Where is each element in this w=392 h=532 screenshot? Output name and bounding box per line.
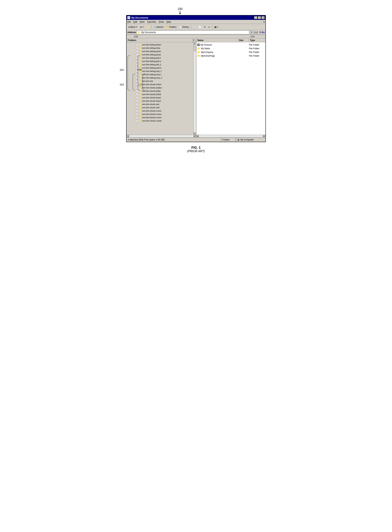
folder-item[interactable]: +📁com.ibm.debug.javas: [126, 53, 193, 56]
folders-panel-close[interactable]: ✕: [192, 39, 195, 42]
folder-item[interactable]: +📁com.ibm.debug.spd_2: [126, 70, 193, 73]
folder-item[interactable]: +📁com.ibm.debug.wsa.c: [126, 73, 193, 76]
folder-item[interactable]: +📁com.ibm.etools.beani: [126, 99, 193, 103]
scrollbar-right-button[interactable]: ▶: [193, 135, 196, 137]
expand-button[interactable]: +: [136, 120, 138, 122]
expand-button[interactable]: +: [136, 90, 138, 92]
files-col-name[interactable]: Name: [196, 38, 238, 42]
address-dropdown-button[interactable]: ▼: [250, 31, 253, 34]
minimize-button[interactable]: —: [254, 16, 257, 19]
expand-button[interactable]: +: [136, 47, 138, 49]
expand-button[interactable]: +: [136, 57, 138, 59]
files-scrollbar-left-button[interactable]: ◀: [196, 135, 199, 137]
menu-favorites[interactable]: Favorites: [147, 21, 156, 23]
menu-help[interactable]: Help: [166, 21, 171, 23]
back-button[interactable]: ⬅ Back ▼: [127, 24, 138, 30]
search-button[interactable]: 🔍 Search: [153, 24, 164, 30]
folder-name: com.ibm.debug.wsa_2: [142, 77, 162, 79]
folder-name: com.ibm.debug.spd_2: [142, 70, 162, 72]
copy1-button[interactable]: 📋: [192, 24, 197, 30]
menu-edit[interactable]: Edit: [133, 21, 137, 23]
folder-item[interactable]: +📁com.ibm.debug.wsa_2: [126, 76, 193, 80]
files-col-type[interactable]: Type: [249, 38, 266, 42]
expand-button[interactable]: +: [136, 97, 138, 99]
expand-button[interactable]: +: [136, 113, 138, 115]
folder-item[interactable]: +📁com.ibm.doc: [126, 80, 193, 83]
expand-button[interactable]: +: [136, 93, 138, 95]
folder-item[interactable]: +📁com.ibm.etools.action: [126, 83, 193, 86]
files-scrollbar-horizontal[interactable]: ◀ ▶: [196, 135, 266, 137]
close-button[interactable]: ✕: [261, 16, 265, 19]
maximize-button[interactable]: □: [258, 16, 261, 19]
scrollbar-up-button[interactable]: ▲: [194, 42, 196, 45]
folder-item[interactable]: +📁com.ibm.etools.comm: [126, 116, 193, 119]
history-button[interactable]: 🕐 History: [178, 24, 190, 30]
expand-button[interactable]: +: [136, 100, 138, 102]
folder-item[interactable]: +📁com.ibm.debug.spd.d: [126, 66, 193, 70]
delete-icon: ✕: [204, 26, 206, 28]
folder-item[interactable]: +📁com.ibm.etools.cde: [126, 103, 193, 106]
folders-scrollbar-vertical[interactable]: ▲ ▼: [193, 42, 196, 135]
menu-view[interactable]: View: [140, 21, 145, 23]
folder-item[interactable]: +📁com.ibm.etools.compt: [126, 119, 193, 122]
file-item[interactable]: 🖼My PicturesFile Folder: [196, 43, 266, 47]
expand-button[interactable]: +: [136, 87, 138, 89]
expand-button[interactable]: +: [136, 80, 138, 82]
expand-button[interactable]: +: [136, 110, 138, 112]
folder-item[interactable]: +📁com.ibm.etools.beani: [126, 96, 193, 99]
expand-button[interactable]: +: [136, 63, 138, 66]
folder-item[interactable]: +📁com.ibm.debug.pdt.w: [126, 60, 193, 63]
folder-item[interactable]: +📁com.ibm.debug.javas: [126, 50, 193, 53]
file-name: MyCompany: [201, 51, 239, 53]
expand-button[interactable]: +: [136, 106, 138, 109]
files-scrollbar-right-button[interactable]: ▶: [263, 135, 266, 137]
file-item[interactable]: 📁MyHomePageFile Folder: [196, 54, 266, 58]
folder-item[interactable]: +📁com.ibm.etools.comm: [126, 109, 193, 113]
go-button[interactable]: ↻ Go: [259, 31, 265, 34]
folders-panel-header: Folders ✕: [126, 38, 196, 42]
scrollbar-down-button[interactable]: ▼: [194, 132, 196, 135]
folder-item[interactable]: +📁com.ibm.etools.analys: [126, 86, 193, 89]
folders-button[interactable]: 📂 Folders: [165, 24, 177, 30]
expand-button[interactable]: +: [136, 50, 138, 52]
address-input-wrap[interactable]: 📁 My Documents: [137, 31, 249, 34]
folder-up-icon: 📁: [146, 26, 149, 28]
folder-item[interactable]: +📁com.ibm.etools.comm: [126, 113, 193, 116]
forward-button[interactable]: ➡ ▼: [139, 24, 145, 30]
folder-item[interactable]: +📁com.ibm.etools.b2bg: [126, 89, 193, 93]
folder-item[interactable]: +📁com.ibm.debug.daem: [126, 43, 193, 46]
delete-button[interactable]: ✕: [203, 24, 207, 30]
folder-item[interactable]: +📁com.ibm.etools.cdm: [126, 106, 193, 109]
files-col-size[interactable]: Size: [238, 38, 249, 42]
expand-button[interactable]: +: [136, 83, 138, 85]
file-item[interactable]: 📁MyCompanyFile Folder: [196, 50, 266, 54]
folder-item[interactable]: +📁com.ibm.debug.help.: [126, 46, 193, 50]
folder-icon: 📁: [139, 77, 141, 79]
expand-button[interactable]: +: [136, 73, 138, 75]
folder-icon: 📁: [139, 73, 141, 76]
scrollbar-thumb[interactable]: [194, 46, 196, 51]
undo-button[interactable]: ↩: [207, 24, 211, 30]
menu-tools[interactable]: Tools: [159, 21, 164, 23]
views-button[interactable]: ▦ ▼: [214, 24, 219, 30]
address-bar: Address 📁 My Documents ▼ 112 ↻ Go: [126, 30, 266, 35]
expand-button[interactable]: +: [136, 77, 138, 79]
expand-button[interactable]: +: [136, 116, 138, 118]
expand-button[interactable]: +: [136, 60, 138, 62]
folder-item[interactable]: +📁com.ibm.debug.pdt_2: [126, 63, 193, 66]
copy2-button[interactable]: 📄: [198, 24, 202, 30]
expand-button[interactable]: +: [136, 44, 138, 46]
folder-up-button[interactable]: 📁: [145, 24, 150, 30]
files-panel-header: Name Size Type: [196, 38, 266, 42]
expand-button[interactable]: +: [136, 53, 138, 56]
folder-item[interactable]: +📁com.ibm.debug.pdt.d: [126, 56, 193, 60]
expand-button[interactable]: +: [136, 103, 138, 105]
scrollbar-left-button[interactable]: ◀: [126, 135, 129, 137]
file-item[interactable]: 📁My WebsFile Folder: [196, 47, 266, 50]
folder-item[interactable]: +📁com.ibm.etools.b2but: [126, 93, 193, 96]
expand-button[interactable]: +: [136, 70, 138, 72]
file-folder-icon: 📁: [197, 51, 200, 54]
folders-scrollbar-horizontal[interactable]: ◀ ▶: [126, 135, 196, 137]
menu-file[interactable]: File: [127, 21, 131, 23]
expand-button[interactable]: +: [136, 67, 138, 69]
